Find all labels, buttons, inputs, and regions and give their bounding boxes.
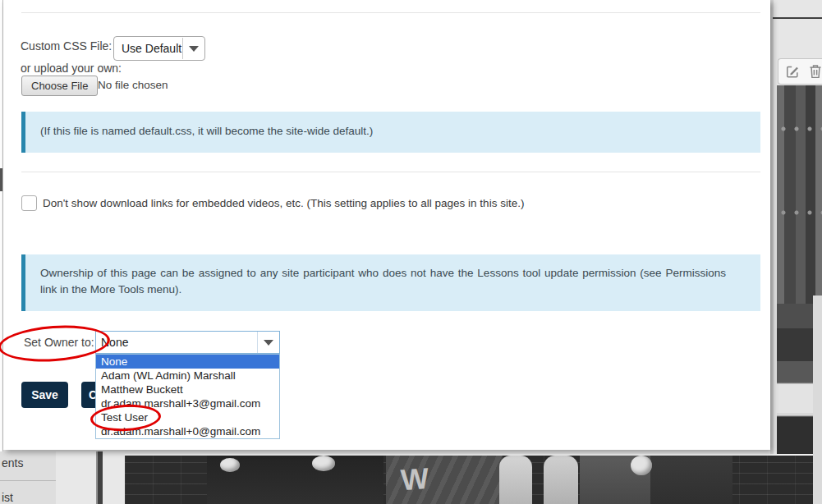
owner-option[interactable]: Adam (WL Admin) Marshall (96, 369, 279, 383)
tool-sidebar: ents ist (0, 451, 56, 504)
background-photo (777, 85, 822, 304)
custom-css-label: Custom CSS File: (21, 39, 112, 53)
custom-css-select-value: Use Default (114, 42, 182, 55)
photo-figure (499, 456, 532, 504)
upload-hint-label: or upload your own: (21, 62, 122, 75)
photo-detail (631, 456, 652, 475)
owner-option[interactable]: dr.adam.marshall+0@gmail.com (96, 424, 279, 438)
background-photo: W (125, 454, 813, 504)
file-status-text: No file chosen (98, 79, 168, 91)
download-links-label: Don't show download links for embedded v… (43, 197, 524, 209)
css-info-message: (If this file is named default.css, it w… (21, 112, 760, 153)
background-photo (777, 304, 813, 454)
download-links-checkbox[interactable] (21, 195, 37, 211)
photo-figure (544, 456, 578, 504)
photo-detail (220, 458, 240, 472)
background-gap (56, 451, 96, 504)
sidebar-divider (0, 480, 56, 481)
choose-file-button[interactable]: Choose File (21, 76, 98, 96)
background-photo (813, 296, 822, 504)
divider (21, 12, 760, 13)
owner-option[interactable]: dr.adam.marshall+3@gmail.com (96, 396, 279, 410)
chevron-down-icon (258, 340, 279, 346)
background-gap (103, 451, 125, 504)
photo-detail (312, 456, 335, 471)
chevron-down-icon (183, 46, 204, 52)
ownership-info-message: Ownership of this page can be assigned t… (21, 254, 760, 311)
scrollbar[interactable] (96, 451, 103, 504)
save-button[interactable]: Save (21, 382, 68, 408)
sidebar-item[interactable]: ist (2, 491, 13, 504)
background-divider-line (773, 17, 822, 19)
owner-select[interactable]: None (95, 331, 280, 354)
set-owner-label: Set Owner to: (24, 336, 94, 349)
photo-letter-mark: W (400, 461, 430, 497)
trash-icon[interactable] (808, 63, 822, 80)
owner-option[interactable]: None (96, 355, 279, 369)
page-settings-dialog: Custom CSS File: Use Default or upload y… (3, 0, 770, 450)
screen: ents ist W Custom CSS File: Use Default … (0, 0, 822, 504)
owner-option[interactable]: Test User (96, 410, 279, 424)
photo-figure (650, 456, 732, 504)
owner-select-value: None (96, 336, 257, 349)
custom-css-select[interactable]: Use Default (113, 36, 205, 61)
divider (21, 172, 760, 172)
page-left-notch (0, 168, 2, 191)
owner-select-dropdown: None Adam (WL Admin) Marshall Matthew Bu… (95, 354, 280, 439)
item-action-toolbar (778, 58, 822, 85)
edit-icon[interactable] (784, 63, 801, 80)
sidebar-item[interactable]: ents (2, 456, 23, 470)
owner-option[interactable]: Matthew Buckett (96, 383, 279, 396)
